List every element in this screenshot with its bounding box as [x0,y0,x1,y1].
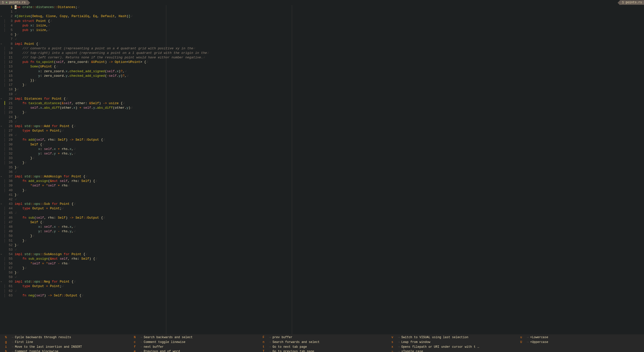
code-line[interactable]: │28↲ [0,133,644,138]
code-content[interactable]: impl std::ops::Add for Point {↲ [15,124,644,129]
code-content[interactable]: type Output = Point;↲ [15,206,644,211]
code-content[interactable]: fn taxicab_distance(&self, other: &Self)… [15,101,644,106]
fold-indicator[interactable]: - [0,97,3,101]
code-content[interactable]: impl std::ops::SubAssign for Point {↲ [15,252,644,257]
code-content[interactable]: Some(UPoint {↲ [15,64,644,69]
which-key-item[interactable]: b→Comment toggle blockwise [5,349,124,352]
code-line[interactable]: 6}↲ [0,32,644,37]
code-line[interactable]: │61 type Output = Point;↲ [0,284,644,289]
fold-indicator[interactable]: - [0,124,3,129]
code-content[interactable]: pub y: isize,↲ [15,28,644,32]
code-line[interactable]: 52}↲ [0,243,644,248]
code-content[interactable]: }↲ [15,188,644,193]
code-line[interactable]: │56 *self = *self - rhs↲ [0,261,644,266]
code-content[interactable]: }↲ [15,32,644,37]
code-content[interactable]: }↲ [15,110,644,115]
code-line[interactable]: 41}↲ [0,193,644,197]
which-key-item[interactable] [520,349,639,352]
which-key-item[interactable]: v→Switch to VISUAL using last selection [391,335,510,340]
code-content[interactable]: pub fn to_upoint(self, zero_coord: &UPoi… [15,60,644,64]
code-line[interactable]: - 8impl Point {↲ [0,42,644,46]
code-line[interactable]: │48 x: self.x - rhs.x,↲ [0,225,644,229]
code-line[interactable]: 7↲ [0,37,644,42]
fold-indicator[interactable]: - [0,42,3,46]
code-line[interactable]: ┃21 fn taxicab_distance(&self, other: &S… [0,101,644,106]
code-content[interactable]: ↲ [15,275,644,280]
code-content[interactable]: })↲ [15,78,644,83]
which-key-item[interactable]: %→Cycle backwards through results [5,335,124,340]
code-content[interactable]: }↲ [15,270,644,275]
which-key-item[interactable]: t→Go to next tab page [263,345,381,349]
code-line[interactable]: │33 }↲ [0,156,644,161]
code-line[interactable]: │39 *self = *self + rhs↲ [0,183,644,188]
code-line[interactable]: │14 x: zero_coord.x.checked_add_signed(s… [0,69,644,74]
code-content[interactable]: type Output = Point;↲ [15,129,644,133]
code-content[interactable]: ↲ [15,211,644,215]
code-content[interactable]: impl Distances for Point {↲ [15,97,644,101]
code-line[interactable]: 18}↲ [0,87,644,92]
code-content[interactable]: pub struct Point {↲ [15,19,644,23]
code-content[interactable]: pub x: isize,↲ [15,23,644,28]
code-content[interactable]: }↲ [15,239,644,243]
fold-indicator[interactable]: - [0,280,3,284]
code-line[interactable]: │44 type Output = Point;↲ [0,206,644,211]
code-line[interactable]: │62↲ [0,289,644,293]
code-line[interactable]: 24}↲ [0,115,644,120]
code-line[interactable]: │4 pub x: isize,↲ [0,23,644,28]
code-content[interactable]: impl std::ops::Neg for Point {↲ [15,280,644,284]
code-line[interactable]: │5 pub y: isize,↲ [0,28,644,32]
code-line[interactable]: │32 y: self.y + rhs.y,↲ [0,151,644,156]
code-line[interactable]: 53↲ [0,248,644,252]
code-line[interactable]: - 20impl Distances for Point {↲ [0,97,644,101]
which-key-item[interactable]: c→Comment toggle linewise [134,340,253,344]
code-content[interactable]: y: zero_coord.y.checked_add_signed(-self… [15,74,644,78]
buffer-tab-left[interactable]: 1 ● points.rs [0,0,28,5]
code-content[interactable]: }↲ [15,193,644,197]
code-content[interactable]: fn sub(self, rhs: Self) -> Self::Output … [15,216,644,220]
code-content[interactable]: *self = *self + rhs↲ [15,183,644,188]
code-content[interactable]: x: self.x + rhs.x,↲ [15,147,644,151]
which-key-item[interactable]: x→Opens filepath or URI under cursor wit… [391,345,510,349]
code-line[interactable]: 19↲ [0,92,644,97]
code-line[interactable]: - 60impl std::ops::Neg for Point {↲ [0,280,644,284]
code-content[interactable]: }↲ [15,115,644,120]
which-key-item[interactable]: g→First line [5,340,124,344]
code-line[interactable]: 58}↲ [0,270,644,275]
code-content[interactable]: }↲ [15,87,644,92]
code-content[interactable]: }↲ [15,161,644,165]
code-content[interactable]: type Output = Point;↲ [15,284,644,289]
code-content[interactable]: fn sub_assign(&mut self, rhs: Self) {↲ [15,257,644,261]
code-line[interactable]: │16 })↲ [0,78,644,83]
code-content[interactable]: /// top-left corner). Returns none if th… [15,55,644,60]
code-content[interactable]: fn add(self, rhs: Self) -> Self::Output … [15,138,644,142]
which-key-item[interactable]: F→prev buffer [263,335,381,340]
which-key-item[interactable]: f→next buffer [134,345,253,349]
code-line[interactable]: - 37impl std::ops::AddAssign for Point {… [0,174,644,179]
code-line[interactable]: │51 }↲ [0,239,644,243]
code-content[interactable]: use crate::distances::Distances;↲ [15,5,644,10]
code-content[interactable]: ↲ [15,37,644,42]
code-content[interactable]: fn neg(self) -> Self::Output {↲ [15,293,644,298]
code-line[interactable]: 36↲ [0,170,644,174]
code-content[interactable]: }↲ [15,266,644,270]
code-line[interactable]: │27 type Output = Point;↲ [0,129,644,133]
code-content[interactable]: x: zero_coord.x.checked_add_signed(self.… [15,69,644,74]
code-line[interactable]: │55 fn sub_assign(&mut self, rhs: Self) … [0,257,644,261]
code-line[interactable]: │11 /// top-left corner). Returns none i… [0,55,644,60]
code-line[interactable]: │23 }↲ [0,110,644,115]
fold-indicator[interactable]: - [0,252,3,257]
code-content[interactable]: Self {↲ [15,142,644,147]
code-content[interactable]: #[derive(Debug, Clone, Copy, PartialEq, … [15,14,644,19]
which-key-item[interactable] [520,345,639,349]
code-line[interactable]: │31 x: self.x + rhs.x,↲ [0,147,644,151]
code-line[interactable]: │30 Self {↲ [0,142,644,147]
which-key-item[interactable]: u→+Lowercase [520,335,639,340]
code-line[interactable]: │9 /// converts a point (representing a … [0,46,644,51]
code-line[interactable]: │49 y: self.y - rhs.y,↲ [0,229,644,234]
editor[interactable]: 1use crate::distances::Distances;↲ 1↲- 2… [0,5,644,334]
code-content[interactable]: ↲ [15,133,644,138]
code-content[interactable]: /// top-right) into a upoint (representi… [15,51,644,55]
which-key-item[interactable]: U→+Uppercase [520,340,639,344]
code-content[interactable]: Self {↲ [15,220,644,225]
code-line[interactable]: 35}↲ [0,165,644,170]
